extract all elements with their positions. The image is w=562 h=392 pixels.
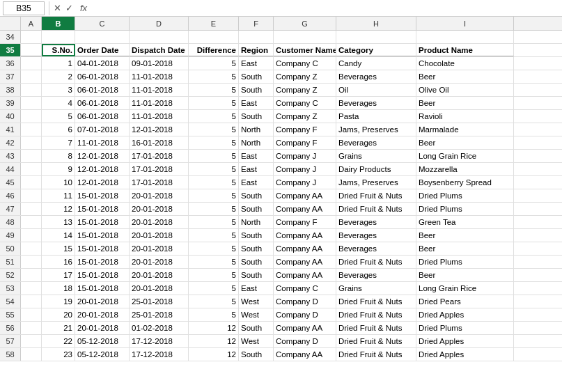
table-cell[interactable]: 06-01-2018 — [75, 84, 130, 96]
table-cell[interactable]: 12-01-2018 — [75, 176, 130, 189]
table-cell[interactable]: 5 — [189, 150, 239, 162]
table-cell[interactable]: 5 — [189, 97, 239, 109]
table-cell[interactable]: 15-01-2018 — [75, 256, 130, 268]
col-header-g[interactable]: G — [274, 17, 336, 30]
table-cell[interactable]: 16-01-2018 — [130, 136, 189, 149]
table-cell[interactable]: Dried Plums — [416, 189, 514, 202]
table-cell[interactable]: 5 — [189, 229, 239, 242]
table-cell[interactable]: Beverages — [336, 70, 416, 83]
table-cell[interactable]: 12-01-2018 — [130, 123, 189, 136]
table-cell[interactable]: Dried Apples — [416, 335, 514, 347]
cell-reference-box[interactable] — [3, 1, 45, 15]
table-cell[interactable]: Olive Oil — [416, 84, 514, 96]
table-cell[interactable]: 07-01-2018 — [75, 123, 130, 136]
table-cell[interactable]: 5 — [189, 282, 239, 295]
table-cell[interactable]: Ravioli — [416, 110, 514, 123]
table-cell[interactable]: Company AA — [274, 269, 336, 281]
table-cell[interactable]: South — [239, 269, 274, 281]
table-cell[interactable]: Long Grain Rice — [416, 282, 514, 295]
col-header-e[interactable]: E — [189, 17, 239, 30]
col-header-b[interactable]: B — [42, 17, 75, 30]
table-cell[interactable]: Dried Apples — [416, 348, 514, 361]
table-cell[interactable]: Beverages — [336, 97, 416, 109]
table-cell[interactable]: 12 — [189, 335, 239, 347]
table-cell[interactable]: 20-01-2018 — [75, 308, 130, 321]
table-cell[interactable]: 5 — [189, 242, 239, 255]
row-number[interactable]: 38 — [0, 84, 21, 96]
row-number[interactable]: 46 — [0, 189, 21, 202]
table-cell[interactable]: South — [239, 229, 274, 242]
table-cell[interactable]: Candy — [336, 57, 416, 70]
table-cell[interactable]: Dried Plums — [416, 322, 514, 334]
table-cell[interactable]: Dispatch Date — [130, 44, 189, 56]
table-cell[interactable]: Company D — [274, 308, 336, 321]
table-cell[interactable]: 11-01-2018 — [130, 70, 189, 83]
table-cell[interactable]: Dried Fruit & Nuts — [336, 203, 416, 215]
table-cell[interactable]: 11-01-2018 — [130, 110, 189, 123]
table-cell[interactable]: Beverages — [336, 269, 416, 281]
table-cell[interactable]: Company D — [274, 335, 336, 347]
table-cell[interactable]: Dried Fruit & Nuts — [336, 189, 416, 202]
table-cell[interactable]: East — [239, 176, 274, 189]
table-cell[interactable]: East — [239, 97, 274, 109]
row-number[interactable]: 36 — [0, 57, 21, 70]
table-cell[interactable]: Company AA — [274, 242, 336, 255]
row-number[interactable]: 52 — [0, 269, 21, 281]
table-cell[interactable]: 5 — [189, 269, 239, 281]
table-cell[interactable] — [21, 150, 42, 162]
table-cell[interactable]: Marmalade — [416, 123, 514, 136]
table-cell[interactable]: Beer — [416, 97, 514, 109]
table-cell[interactable]: Company AA — [274, 203, 336, 215]
table-cell[interactable]: West — [239, 308, 274, 321]
col-header-f[interactable]: F — [239, 17, 274, 30]
table-cell[interactable]: 5 — [189, 163, 239, 175]
table-cell[interactable] — [21, 295, 42, 308]
table-cell[interactable]: 5 — [42, 110, 75, 123]
col-header-c[interactable]: C — [75, 17, 130, 30]
table-cell[interactable]: 1 — [42, 57, 75, 70]
table-cell[interactable]: 06-01-2018 — [75, 97, 130, 109]
col-header-i[interactable]: I — [416, 17, 514, 30]
table-cell[interactable]: 12 — [42, 203, 75, 215]
table-cell[interactable]: Beverages — [336, 242, 416, 255]
table-cell[interactable]: 25-01-2018 — [130, 308, 189, 321]
col-header-h[interactable]: H — [336, 17, 416, 30]
table-cell[interactable] — [21, 269, 42, 281]
table-cell[interactable]: 10 — [42, 176, 75, 189]
table-cell[interactable]: 19 — [42, 295, 75, 308]
table-cell[interactable]: S.No. — [42, 44, 75, 56]
table-cell[interactable]: 12 — [189, 348, 239, 361]
row-number[interactable]: 54 — [0, 295, 21, 308]
table-cell[interactable]: South — [239, 348, 274, 361]
row-number[interactable]: 53 — [0, 282, 21, 295]
table-cell[interactable]: 14 — [42, 229, 75, 242]
table-cell[interactable]: 20 — [42, 308, 75, 321]
table-cell[interactable]: Company AA — [274, 348, 336, 361]
table-cell[interactable]: Beer — [416, 70, 514, 83]
confirm-icon[interactable]: ✓ — [65, 3, 73, 13]
table-cell[interactable] — [130, 31, 189, 43]
table-cell[interactable]: 5 — [189, 308, 239, 321]
table-cell[interactable] — [75, 31, 130, 43]
table-cell[interactable]: 20-01-2018 — [130, 282, 189, 295]
table-cell[interactable]: 5 — [189, 176, 239, 189]
table-cell[interactable] — [21, 189, 42, 202]
table-cell[interactable]: Mozzarella — [416, 163, 514, 175]
table-cell[interactable]: Dried Pears — [416, 295, 514, 308]
table-cell[interactable]: 11-01-2018 — [75, 136, 130, 149]
table-cell[interactable] — [189, 31, 239, 43]
table-cell[interactable]: Company C — [274, 97, 336, 109]
table-cell[interactable]: 15-01-2018 — [75, 216, 130, 228]
row-number[interactable]: 40 — [0, 110, 21, 123]
table-cell[interactable]: Category — [336, 44, 416, 56]
table-cell[interactable]: 5 — [189, 123, 239, 136]
table-cell[interactable]: Dried Fruit & Nuts — [336, 335, 416, 347]
table-cell[interactable] — [21, 123, 42, 136]
table-cell[interactable]: 17-01-2018 — [130, 176, 189, 189]
table-cell[interactable]: North — [239, 216, 274, 228]
table-cell[interactable] — [274, 31, 336, 43]
table-cell[interactable]: Boysenberry Spread — [416, 176, 514, 189]
table-cell[interactable]: South — [239, 70, 274, 83]
table-cell[interactable]: Oil — [336, 84, 416, 96]
table-cell[interactable]: Company AA — [274, 256, 336, 268]
